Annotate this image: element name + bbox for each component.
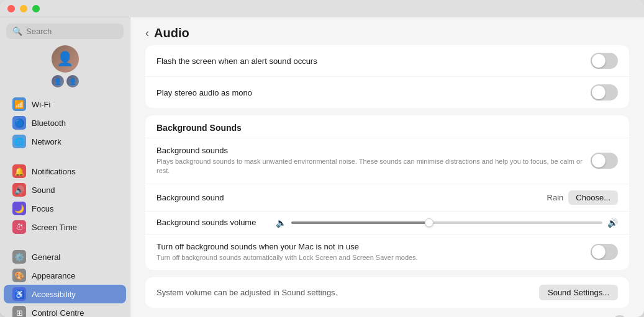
notifications-icon: 🔔: [12, 164, 26, 178]
wifi-icon: 📶: [12, 97, 26, 111]
volume-slider[interactable]: [291, 221, 602, 224]
window-content: 🔍 👤 👤 👤 📶 Wi-Fi 🔵 Bluetooth: [0, 17, 644, 317]
turn-off-label: Turn off background sounds when your Mac…: [156, 242, 591, 251]
sidebar-group-network: 📶 Wi-Fi 🔵 Bluetooth 🌐 Network: [0, 95, 130, 151]
bg-sounds-card: Background Sounds Background sounds Play…: [145, 115, 629, 270]
sound-icon: 🔊: [12, 183, 26, 197]
turn-off-label-block: Turn off background sounds when your Mac…: [156, 242, 591, 262]
bg-sounds-label-block: Background sounds Plays background sound…: [156, 146, 591, 176]
volume-label: Background sounds volume: [156, 218, 268, 227]
search-box[interactable]: 🔍: [6, 24, 124, 39]
main-panel: ‹ Audio Flash the screen when an alert s…: [130, 17, 644, 317]
bg-sounds-toggle-row: Background sounds Plays background sound…: [145, 138, 629, 184]
bluetooth-icon: 🔵: [12, 116, 26, 130]
sidebar-label-network: Network: [32, 137, 61, 146]
top-toggles-card: Flash the screen when an alert sound occ…: [145, 45, 629, 108]
avatar[interactable]: 👤: [52, 45, 79, 73]
sidebar-group-notifications: 🔔 Notifications 🔊 Sound 🌙 Focus ⏱ Screen…: [0, 162, 130, 236]
sidebar-group-system: ⚙️ General 🎨 Appearance ♿ Accessibility …: [0, 248, 130, 317]
sidebar-label-focus: Focus: [32, 204, 53, 213]
title-bar: [0, 0, 644, 17]
sidebar-item-controlcentre[interactable]: ⊞ Control Centre: [4, 303, 126, 317]
volume-controls: 🔈 🔊: [276, 218, 618, 228]
turn-off-toggle[interactable]: [591, 244, 618, 260]
sidebar-item-sound[interactable]: 🔊 Sound: [4, 181, 126, 199]
volume-row: Background sounds volume 🔈 🔊: [145, 212, 629, 234]
general-icon: ⚙️: [12, 250, 26, 264]
sound-settings-card: System volume can be adjusted in Sound s…: [145, 277, 629, 308]
close-button[interactable]: [7, 5, 15, 12]
sidebar-label-general: General: [32, 252, 60, 262]
rain-value: Rain: [547, 193, 564, 202]
sidebar-item-focus[interactable]: 🌙 Focus: [4, 199, 126, 218]
sidebar-label-wifi: Wi-Fi: [32, 100, 50, 109]
bg-sound-right: Rain Choose...: [547, 190, 618, 205]
bg-sound-label: Background sound: [156, 193, 224, 202]
main-content-area: Flash the screen when an alert sound occ…: [130, 45, 644, 317]
sidebar-item-appearance[interactable]: 🎨 Appearance: [4, 266, 126, 285]
sidebar-label-bluetooth: Bluetooth: [32, 118, 66, 128]
avatar-mini-row: 👤 👤: [52, 75, 79, 87]
screentime-icon: ⏱: [12, 220, 26, 234]
vol-low-icon: 🔈: [276, 218, 286, 228]
maximize-button[interactable]: [32, 5, 40, 12]
page-title: Audio: [154, 26, 189, 40]
mono-toggle-row: Play stereo audio as mono: [145, 77, 629, 108]
sidebar-item-screentime[interactable]: ⏱ Screen Time: [4, 218, 126, 236]
sidebar-item-notifications[interactable]: 🔔 Notifications: [4, 162, 126, 181]
sidebar-label-appearance: Appearance: [32, 271, 75, 280]
bg-sounds-toggle[interactable]: [591, 153, 618, 169]
controlcentre-icon: ⊞: [12, 306, 26, 317]
slider-thumb[interactable]: [425, 218, 433, 227]
sound-settings-button[interactable]: Sound Settings...: [539, 285, 618, 300]
minimize-button[interactable]: [20, 5, 27, 12]
main-header: ‹ Audio: [130, 17, 644, 45]
sidebar-label-accessibility: Accessibility: [32, 290, 76, 299]
avatar-mini-1: 👤: [52, 75, 64, 87]
app-window: 🔍 👤 👤 👤 📶 Wi-Fi 🔵 Bluetooth: [0, 0, 644, 317]
flash-toggle-row: Flash the screen when an alert sound occ…: [145, 45, 629, 77]
turn-off-row: Turn off background sounds when your Mac…: [145, 234, 629, 270]
search-input[interactable]: [26, 27, 117, 36]
back-button[interactable]: ‹: [145, 27, 149, 40]
mono-label: Play stereo audio as mono: [156, 88, 591, 97]
focus-icon: 🌙: [12, 202, 26, 215]
user-section: 👤 👤 👤: [0, 45, 130, 87]
sidebar-item-network[interactable]: 🌐 Network: [4, 132, 126, 151]
bg-sound-row: Background sound Rain Choose...: [145, 184, 629, 212]
search-icon: 🔍: [12, 27, 22, 36]
accessibility-icon: ♿: [12, 287, 26, 301]
bg-sounds-label: Background sounds: [156, 146, 591, 155]
sidebar-item-accessibility[interactable]: ♿ Accessibility: [4, 285, 126, 303]
bg-sounds-description: Plays background sounds to mask unwanted…: [156, 157, 591, 176]
choose-button[interactable]: Choose...: [568, 190, 618, 205]
turn-off-sub: Turn off background sounds automatically…: [156, 253, 591, 262]
slider-fill: [291, 221, 431, 224]
avatar-mini-2: 👤: [66, 75, 79, 87]
mono-toggle[interactable]: [591, 84, 618, 100]
bg-sounds-section-title: Background Sounds: [145, 115, 629, 138]
network-icon: 🌐: [12, 135, 26, 148]
sidebar-item-bluetooth[interactable]: 🔵 Bluetooth: [4, 114, 126, 132]
flash-label: Flash the screen when an alert sound occ…: [156, 56, 591, 66]
sidebar-item-general[interactable]: ⚙️ General: [4, 248, 126, 266]
sidebar-label-sound: Sound: [32, 185, 55, 195]
vol-high-icon: 🔊: [607, 218, 618, 228]
flash-toggle[interactable]: [591, 53, 618, 69]
appearance-icon: 🎨: [12, 269, 26, 282]
system-volume-text: System volume can be adjusted in Sound s…: [156, 288, 337, 297]
sidebar-label-controlcentre: Control Centre: [32, 308, 84, 318]
sidebar: 🔍 👤 👤 👤 📶 Wi-Fi 🔵 Bluetooth: [0, 17, 130, 317]
sidebar-label-notifications: Notifications: [32, 167, 76, 176]
sidebar-label-screentime: Screen Time: [32, 223, 77, 232]
sidebar-item-wifi[interactable]: 📶 Wi-Fi: [4, 95, 126, 114]
